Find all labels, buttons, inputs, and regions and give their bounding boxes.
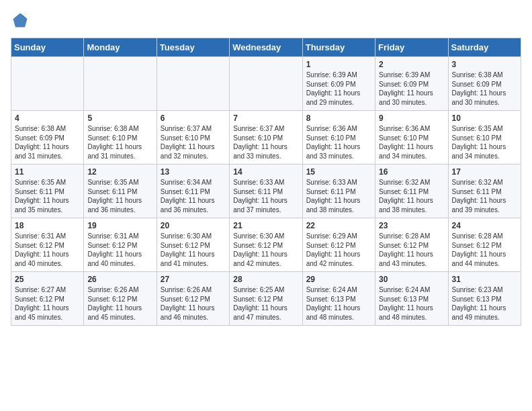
day-info: Sunrise: 6:28 AM Sunset: 6:12 PM Dayligh… [379,232,444,268]
day-info: Sunrise: 6:38 AM Sunset: 6:09 PM Dayligh… [452,71,517,107]
calendar-cell: 15Sunrise: 6:33 AM Sunset: 6:11 PM Dayli… [302,165,375,218]
calendar-cell: 26Sunrise: 6:26 AM Sunset: 6:12 PM Dayli… [84,272,157,326]
day-number: 20 [161,221,226,230]
day-number: 4 [15,113,80,123]
day-header-tuesday: Tuesday [157,38,229,57]
calendar-cell: 9Sunrise: 6:36 AM Sunset: 6:10 PM Daylig… [375,111,448,165]
calendar-cell: 28Sunrise: 6:25 AM Sunset: 6:12 PM Dayli… [230,272,302,326]
logo-icon [11,11,30,30]
calendar-body: 1Sunrise: 6:39 AM Sunset: 6:09 PM Daylig… [11,57,521,326]
day-info: Sunrise: 6:24 AM Sunset: 6:13 PM Dayligh… [379,285,444,322]
calendar-cell: 11Sunrise: 6:35 AM Sunset: 6:11 PM Dayli… [11,165,84,218]
calendar-cell: 7Sunrise: 6:37 AM Sunset: 6:10 PM Daylig… [230,111,302,165]
day-info: Sunrise: 6:25 AM Sunset: 6:12 PM Dayligh… [233,285,298,322]
week-row-2: 4Sunrise: 6:38 AM Sunset: 6:09 PM Daylig… [11,111,521,165]
day-number: 22 [306,221,371,230]
calendar-cell: 27Sunrise: 6:26 AM Sunset: 6:12 PM Dayli… [157,272,229,326]
day-number: 2 [379,60,444,69]
calendar-cell: 14Sunrise: 6:33 AM Sunset: 6:11 PM Dayli… [230,165,302,218]
calendar-cell [11,57,84,111]
calendar-cell: 2Sunrise: 6:39 AM Sunset: 6:09 PM Daylig… [375,57,448,111]
day-number: 24 [452,221,517,230]
day-info: Sunrise: 6:38 AM Sunset: 6:09 PM Dayligh… [15,124,80,161]
day-info: Sunrise: 6:23 AM Sunset: 6:13 PM Dayligh… [452,285,517,322]
day-info: Sunrise: 6:36 AM Sunset: 6:10 PM Dayligh… [306,124,371,161]
calendar-cell: 18Sunrise: 6:31 AM Sunset: 6:12 PM Dayli… [11,218,84,272]
day-number: 11 [15,167,80,177]
day-info: Sunrise: 6:33 AM Sunset: 6:11 PM Dayligh… [306,178,371,214]
calendar-cell: 25Sunrise: 6:27 AM Sunset: 6:12 PM Dayli… [11,272,84,326]
week-row-1: 1Sunrise: 6:39 AM Sunset: 6:09 PM Daylig… [11,57,521,111]
day-header-saturday: Saturday [448,38,521,57]
calendar-cell: 21Sunrise: 6:30 AM Sunset: 6:12 PM Dayli… [230,218,302,272]
calendar-cell: 31Sunrise: 6:23 AM Sunset: 6:13 PM Dayli… [448,272,521,326]
logo [11,11,32,30]
day-number: 23 [379,221,444,230]
day-number: 16 [379,167,444,177]
day-info: Sunrise: 6:31 AM Sunset: 6:12 PM Dayligh… [87,232,152,268]
day-number: 6 [161,113,226,123]
day-header-wednesday: Wednesday [230,38,302,57]
day-number: 25 [15,275,80,284]
day-info: Sunrise: 6:39 AM Sunset: 6:09 PM Dayligh… [379,71,444,107]
day-header-monday: Monday [84,38,157,57]
page-header [11,11,521,30]
calendar-cell: 16Sunrise: 6:32 AM Sunset: 6:11 PM Dayli… [375,165,448,218]
calendar-cell: 4Sunrise: 6:38 AM Sunset: 6:09 PM Daylig… [11,111,84,165]
day-number: 5 [87,113,152,123]
calendar-cell: 3Sunrise: 6:38 AM Sunset: 6:09 PM Daylig… [448,57,521,111]
day-info: Sunrise: 6:24 AM Sunset: 6:13 PM Dayligh… [306,285,371,322]
calendar-cell: 8Sunrise: 6:36 AM Sunset: 6:10 PM Daylig… [302,111,375,165]
day-number: 3 [452,60,517,69]
day-info: Sunrise: 6:33 AM Sunset: 6:11 PM Dayligh… [233,178,298,214]
day-info: Sunrise: 6:26 AM Sunset: 6:12 PM Dayligh… [87,285,152,322]
days-of-week-header: SundayMondayTuesdayWednesdayThursdayFrid… [11,38,521,57]
day-info: Sunrise: 6:39 AM Sunset: 6:09 PM Dayligh… [306,71,371,107]
day-number: 18 [15,221,80,230]
svg-marker-0 [13,13,28,28]
day-info: Sunrise: 6:28 AM Sunset: 6:12 PM Dayligh… [452,232,517,268]
calendar-cell: 5Sunrise: 6:38 AM Sunset: 6:10 PM Daylig… [84,111,157,165]
day-number: 9 [379,113,444,123]
day-number: 27 [161,275,226,284]
calendar-cell [230,57,302,111]
day-number: 26 [87,275,152,284]
day-number: 12 [87,167,152,177]
calendar-table: SundayMondayTuesdayWednesdayThursdayFrid… [11,38,521,326]
calendar-cell: 22Sunrise: 6:29 AM Sunset: 6:12 PM Dayli… [302,218,375,272]
calendar-cell: 19Sunrise: 6:31 AM Sunset: 6:12 PM Dayli… [84,218,157,272]
day-info: Sunrise: 6:30 AM Sunset: 6:12 PM Dayligh… [161,232,226,268]
day-number: 14 [233,167,298,177]
day-info: Sunrise: 6:36 AM Sunset: 6:10 PM Dayligh… [379,124,444,161]
calendar-cell: 1Sunrise: 6:39 AM Sunset: 6:09 PM Daylig… [302,57,375,111]
day-number: 19 [87,221,152,230]
day-number: 8 [306,113,371,123]
day-info: Sunrise: 6:35 AM Sunset: 6:10 PM Dayligh… [452,124,517,161]
calendar-cell: 13Sunrise: 6:34 AM Sunset: 6:11 PM Dayli… [157,165,229,218]
day-info: Sunrise: 6:32 AM Sunset: 6:11 PM Dayligh… [452,178,517,214]
day-info: Sunrise: 6:34 AM Sunset: 6:11 PM Dayligh… [161,178,226,214]
day-number: 15 [306,167,371,177]
day-header-sunday: Sunday [11,38,84,57]
calendar-cell: 12Sunrise: 6:35 AM Sunset: 6:11 PM Dayli… [84,165,157,218]
day-number: 7 [233,113,298,123]
day-number: 29 [306,275,371,284]
day-info: Sunrise: 6:30 AM Sunset: 6:12 PM Dayligh… [233,232,298,268]
day-number: 21 [233,221,298,230]
day-number: 28 [233,275,298,284]
day-number: 13 [161,167,226,177]
day-info: Sunrise: 6:31 AM Sunset: 6:12 PM Dayligh… [15,232,80,268]
day-info: Sunrise: 6:32 AM Sunset: 6:11 PM Dayligh… [379,178,444,214]
calendar-cell: 20Sunrise: 6:30 AM Sunset: 6:12 PM Dayli… [157,218,229,272]
day-info: Sunrise: 6:29 AM Sunset: 6:12 PM Dayligh… [306,232,371,268]
day-number: 1 [306,60,371,69]
calendar-cell: 23Sunrise: 6:28 AM Sunset: 6:12 PM Dayli… [375,218,448,272]
day-info: Sunrise: 6:35 AM Sunset: 6:11 PM Dayligh… [15,178,80,214]
calendar-cell: 6Sunrise: 6:37 AM Sunset: 6:10 PM Daylig… [157,111,229,165]
day-info: Sunrise: 6:37 AM Sunset: 6:10 PM Dayligh… [233,124,298,161]
week-row-5: 25Sunrise: 6:27 AM Sunset: 6:12 PM Dayli… [11,272,521,326]
day-number: 31 [452,275,517,284]
calendar-cell: 30Sunrise: 6:24 AM Sunset: 6:13 PM Dayli… [375,272,448,326]
calendar-cell: 17Sunrise: 6:32 AM Sunset: 6:11 PM Dayli… [448,165,521,218]
day-info: Sunrise: 6:35 AM Sunset: 6:11 PM Dayligh… [87,178,152,214]
